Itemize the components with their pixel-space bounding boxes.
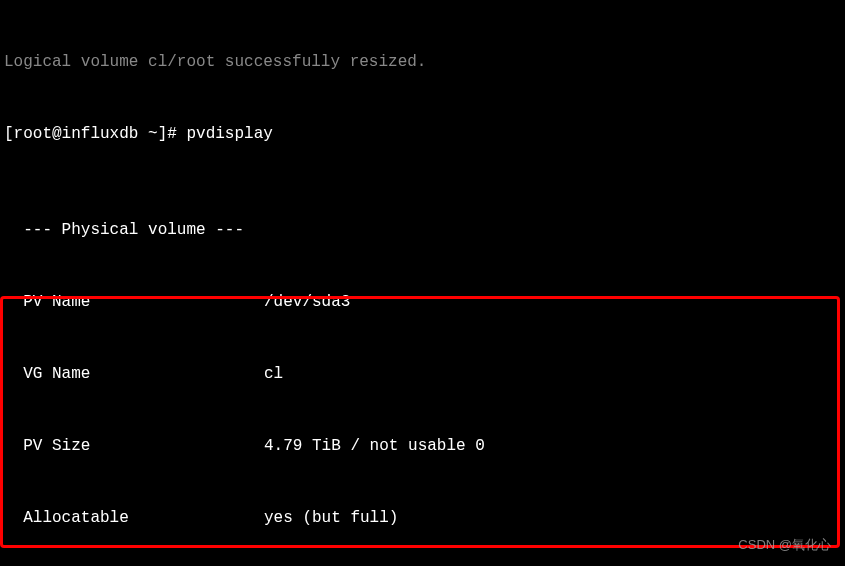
terminal-output[interactable]: Logical volume cl/root successfully resi…	[4, 2, 841, 566]
pv-field-row: PV Size4.79 TiB / not usable 0	[4, 434, 841, 458]
pv-field-value: /dev/sda3	[264, 293, 350, 311]
pv-field-label: PV Name	[4, 290, 264, 314]
pv-field-label: PV Size	[4, 434, 264, 458]
shell-prompt: [root@influxdb ~]#	[4, 125, 186, 143]
pv-field-value: yes (but full)	[264, 509, 398, 527]
pv-field-value: cl	[264, 365, 283, 383]
watermark-text: CSDN @氧化心	[738, 535, 831, 555]
prompt-line: [root@influxdb ~]# pvdisplay	[4, 122, 841, 146]
pv-field-row: PV Name/dev/sda3	[4, 290, 841, 314]
pv-field-row: VG Namecl	[4, 362, 841, 386]
command-text: pvdisplay	[186, 125, 272, 143]
pv-section-header: --- Physical volume ---	[4, 218, 841, 242]
pv-field-row: Allocatableyes (but full)	[4, 506, 841, 530]
pv-field-value: 4.79 TiB / not usable 0	[264, 437, 485, 455]
pv-field-label: VG Name	[4, 362, 264, 386]
pv-field-label: Allocatable	[4, 506, 264, 530]
prev-output-line: Logical volume cl/root successfully resi…	[4, 50, 841, 74]
